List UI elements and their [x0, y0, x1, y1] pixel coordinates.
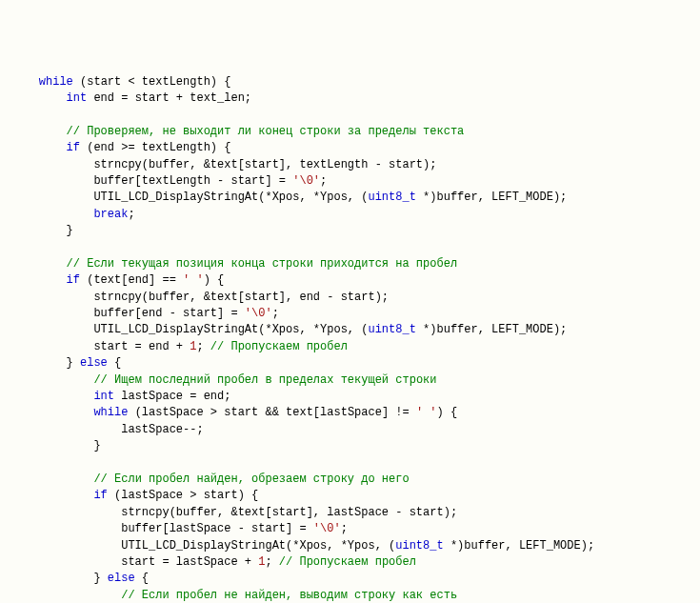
token-ty: uint8_t [395, 539, 443, 553]
token-kw: else [108, 572, 135, 585]
token-cm: // Проверяем, не выходит ли конец строки… [67, 125, 465, 138]
token-ty: int [67, 91, 88, 105]
token-st: '\0' [292, 174, 320, 188]
code-line: int end = start + text_len; [11, 90, 700, 107]
code-line: } [11, 223, 700, 239]
code-line: UTIL_LCD_DisplayStringAt(*Xpos, *Ypos, (… [11, 322, 700, 338]
token-kw: else [80, 356, 108, 370]
token-st: ' ' [416, 406, 437, 419]
token-cm: // Если пробел не найден, выводим строку… [121, 589, 457, 602]
code-line: } else { [11, 571, 700, 587]
code-line: strncpy(buffer, &text[start], textLength… [11, 157, 700, 173]
token-ty: uint8_t [368, 323, 415, 336]
code-line: buffer[lastSpace - start] = '\0'; [11, 521, 700, 537]
token-cm: // Ищем последний пробел в пределах теку… [93, 373, 436, 387]
code-line: while (lastSpace > start && text[lastSpa… [11, 405, 700, 421]
code-line: UTIL_LCD_DisplayStringAt(*Xpos, *Ypos, (… [11, 538, 700, 554]
code-line: // Если пробел найден, обрезаем строку д… [11, 472, 700, 488]
code-line: int lastSpace = end; [11, 389, 700, 405]
code-line: // Если пробел не найден, выводим строку… [11, 588, 700, 603]
code-line: } [11, 438, 700, 454]
token-st: ' ' [183, 273, 204, 287]
token-st: '\0' [313, 522, 341, 535]
code-line: while (start < textLength) { [11, 74, 700, 90]
token-nu: 1 [258, 555, 265, 569]
code-line: strncpy(buffer, &text[start], end - star… [11, 290, 700, 306]
code-line [11, 107, 700, 123]
code-line: if (lastSpace > start) { [11, 488, 700, 504]
token-nu: 1 [190, 340, 196, 353]
token-cm: // Пропускаем пробел [210, 340, 348, 353]
code-line: // Проверяем, не выходит ли конец строки… [11, 124, 700, 140]
code-line: UTIL_LCD_DisplayStringAt(*Xpos, *Ypos, (… [11, 190, 700, 206]
token-kw: if [93, 489, 107, 502]
code-line: // Ищем последний пробел в пределах теку… [11, 372, 700, 389]
code-line [11, 455, 700, 472]
code-block: while (start < textLength) { int end = s… [11, 74, 700, 603]
code-line: if (text[end] == ' ') { [11, 272, 700, 289]
code-line: lastSpace--; [11, 422, 700, 438]
token-ty: uint8_t [368, 191, 415, 204]
code-line: } else { [11, 355, 700, 372]
token-kw: while [93, 406, 128, 419]
code-line: // Если текущая позиция конца строки при… [11, 256, 700, 272]
token-cm: // Пропускаем пробел [279, 555, 416, 569]
code-line: start = lastSpace + 1; // Пропускаем про… [11, 554, 700, 571]
token-kw: if [67, 273, 80, 287]
token-cm: // Если текущая позиция конца строки при… [67, 257, 457, 271]
code-line: if (end >= textLength) { [11, 140, 700, 156]
token-st: '\0' [245, 307, 272, 320]
code-line: break; [11, 207, 700, 223]
code-line: strncpy(buffer, &text[start], lastSpace … [11, 505, 700, 521]
code-line: buffer[textLength - start] = '\0'; [11, 173, 700, 190]
code-line: buffer[end - start] = '\0'; [11, 306, 700, 322]
token-kw: break [93, 208, 128, 221]
code-line [11, 239, 700, 255]
token-ty: int [93, 390, 114, 403]
token-kw: if [67, 141, 80, 154]
code-line: start = end + 1; // Пропускаем пробел [11, 339, 700, 355]
token-kw: while [39, 75, 73, 89]
token-cm: // Если пробел найден, обрезаем строку д… [93, 472, 409, 486]
